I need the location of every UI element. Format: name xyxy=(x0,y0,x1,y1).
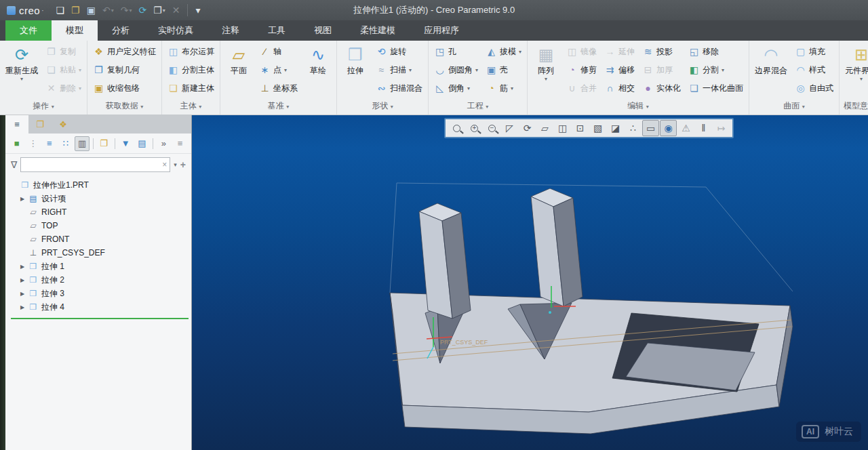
pattern-dropdown-icon[interactable]: ▾ xyxy=(545,77,547,82)
plane-display-button[interactable]: ◪ xyxy=(607,120,624,136)
tree-item-plane-top[interactable]: ▱TOP xyxy=(18,219,191,232)
boundary-blend-button[interactable]: ◠边界混合 xyxy=(752,43,790,79)
offset-button[interactable]: ⇉偏移 xyxy=(601,61,637,79)
filter-dropdown-icon[interactable]: ▾ xyxy=(174,161,177,168)
open-folder-button[interactable]: ❐ xyxy=(97,136,111,151)
navigator-tab-model-tree[interactable]: ≡ xyxy=(5,115,28,134)
sweep-button[interactable]: ≈扫描▾ xyxy=(373,61,425,79)
tree-item-part-root[interactable]: ❒拉伸作业1.PRT xyxy=(9,178,191,192)
swept-blend-button[interactable]: ∾扫描混合 xyxy=(373,79,425,97)
display-style-button[interactable]: ▧ xyxy=(589,120,606,136)
chamfer-button[interactable]: ◺倒角▾ xyxy=(431,79,481,97)
rib-button[interactable]: ◔筋▾ xyxy=(483,79,524,97)
graphics-area[interactable]: PRT_CSYS_DEF ◸⟳▱◫⊡▧◪∴▭◉⚠‖↦ AI 树叶云 xyxy=(192,115,868,450)
tab-applications[interactable]: 应用程序 xyxy=(410,20,473,41)
windows-dropdown-icon[interactable]: ▾ xyxy=(163,7,165,14)
extend-button[interactable]: →延伸 xyxy=(601,43,637,60)
ribbon-group-shapes-label[interactable]: 形状 ▾ xyxy=(340,99,425,115)
3d-model[interactable] xyxy=(390,188,793,434)
redo-dropdown-icon[interactable]: ▾ xyxy=(129,7,132,14)
copy-button[interactable]: ❐复制 xyxy=(43,43,84,60)
draft-dropdown-icon[interactable]: ▾ xyxy=(519,49,521,55)
filter-settings-button[interactable]: ▼ xyxy=(119,136,133,151)
project-button[interactable]: ≋投影 xyxy=(639,43,684,60)
expander-icon[interactable]: ▶ xyxy=(18,304,27,310)
copy-geometry-button[interactable]: ❐复制几何 xyxy=(90,61,159,79)
tree-item-csys-def[interactable]: ⊥PRT_CSYS_DEF xyxy=(18,246,191,260)
saved-orientations-button[interactable]: ▱ xyxy=(536,120,553,136)
tree-item-plane-front[interactable]: ▱FRONT xyxy=(18,232,191,246)
tab-live-simulation[interactable]: 实时仿真 xyxy=(144,20,208,41)
capture-button[interactable]: ⊡ xyxy=(572,120,589,136)
regenerate-button[interactable]: ⟳ xyxy=(136,2,149,18)
close-window-button[interactable]: ✕ xyxy=(170,2,183,18)
tree-item-extrude-4[interactable]: ▶❒拉伸 4 xyxy=(18,300,191,314)
settings-grid-button[interactable]: ▥ xyxy=(75,136,89,151)
shrinkwrap-button[interactable]: ▣收缩包络 xyxy=(90,79,159,97)
style-button[interactable]: ◠样式 xyxy=(792,61,836,79)
tab-tools[interactable]: 工具 xyxy=(254,20,300,41)
related-doc-button[interactable]: ≡ xyxy=(173,136,187,151)
tree-item-extrude-2[interactable]: ▶❒拉伸 2 xyxy=(18,273,191,287)
zoom-region-button[interactable] xyxy=(448,120,465,136)
component-interface-button[interactable]: ⊞元件界面▾ xyxy=(842,43,868,84)
undo-dropdown-icon[interactable]: ▾ xyxy=(111,7,114,14)
regenerate-dropdown-icon[interactable]: ▾ xyxy=(20,77,23,82)
tab-annotate[interactable]: 注释 xyxy=(208,20,254,41)
divide-button[interactable]: ◧分割▾ xyxy=(686,61,746,79)
point-button[interactable]: ∗点▾ xyxy=(256,61,300,79)
ribbon-group-surfaces-label[interactable]: 曲面 ▾ xyxy=(752,99,836,115)
drag-handle-button[interactable]: ⋮ xyxy=(26,136,40,151)
shell-button[interactable]: ▣壳 xyxy=(483,61,524,79)
tree-item-plane-right[interactable]: ▱RIGHT xyxy=(18,205,191,219)
repaint-button[interactable]: ⟳ xyxy=(519,120,536,136)
tree-filter-input[interactable] xyxy=(24,159,162,170)
spin-center-button[interactable]: ◉ xyxy=(660,120,677,136)
tree-item-design-items[interactable]: ▶▤设计项 xyxy=(18,192,191,205)
undo-button[interactable]: ↶▾ xyxy=(100,2,117,18)
hole-button[interactable]: ◳孔 xyxy=(431,43,481,60)
axis-button[interactable]: ∕轴 xyxy=(256,43,300,60)
redo-button[interactable]: ↷▾ xyxy=(118,2,135,18)
draft-button[interactable]: ◭拔模▾ xyxy=(483,43,524,60)
revolve-button[interactable]: ⟲旋转 xyxy=(373,43,425,60)
chamfer-dropdown-icon[interactable]: ▾ xyxy=(467,85,470,91)
view-manager-button[interactable]: ◫ xyxy=(554,120,571,136)
expand-more-button[interactable]: » xyxy=(157,136,171,151)
windows-button[interactable]: ❐▾ xyxy=(151,2,168,18)
point-dropdown-icon[interactable]: ▾ xyxy=(284,67,287,73)
regenerate-button[interactable]: ⟳重新生成▾ xyxy=(3,43,41,84)
columns-button[interactable]: ▤ xyxy=(135,136,149,151)
component-interface-dropdown-icon[interactable]: ▾ xyxy=(860,77,863,82)
tab-analysis[interactable]: 分析 xyxy=(98,20,144,41)
new-body-button[interactable]: ❏新建主体 xyxy=(165,79,217,97)
plane-button[interactable]: ▱平面 xyxy=(223,43,254,79)
mirror-button[interactable]: ◫镜像 xyxy=(564,43,599,60)
intersect-button[interactable]: ∩相交 xyxy=(601,79,637,97)
ribbon-group-datum-label[interactable]: 基准 ▾ xyxy=(223,99,334,115)
customize-button[interactable]: ▾ xyxy=(193,2,203,18)
datum-display-button[interactable]: ∴ xyxy=(625,120,642,136)
remove-button[interactable]: ◱移除 xyxy=(686,43,746,60)
navigator-tab-folder-browser[interactable]: ❐ xyxy=(28,115,52,134)
tree-item-extrude-1[interactable]: ▶❒拉伸 1 xyxy=(18,260,191,273)
paste-dropdown-icon[interactable]: ▾ xyxy=(79,67,81,73)
divide-dropdown-icon[interactable]: ▾ xyxy=(722,67,724,73)
freestyle-button[interactable]: ◎自由式 xyxy=(792,79,836,97)
thicken-button[interactable]: ⊟加厚 xyxy=(639,61,684,79)
refit-button[interactable]: ◸ xyxy=(501,120,518,136)
ribbon-group-get-data-label[interactable]: 获取数据 ▾ xyxy=(90,99,159,115)
open-file-button[interactable]: ❐ xyxy=(68,2,83,18)
save-button[interactable]: ▣ xyxy=(84,2,98,18)
show-button[interactable]: ■ xyxy=(9,136,24,151)
ribbon-group-operations-label[interactable]: 操作 ▾ xyxy=(3,99,84,115)
extrude-button[interactable]: ❒拉伸 xyxy=(340,43,371,79)
list-style-button[interactable]: ≡ xyxy=(42,136,56,151)
pattern-button[interactable]: ▦阵列▾ xyxy=(530,43,561,84)
delete-button[interactable]: ✕删除▾ xyxy=(43,79,84,97)
zoom-in-button[interactable] xyxy=(466,120,483,136)
paste-button[interactable]: ❏粘贴▾ xyxy=(43,61,84,79)
expander-icon[interactable]: ▶ xyxy=(18,291,27,297)
forward-button[interactable]: ↦ xyxy=(713,120,730,136)
expander-icon[interactable]: ▶ xyxy=(18,264,27,270)
